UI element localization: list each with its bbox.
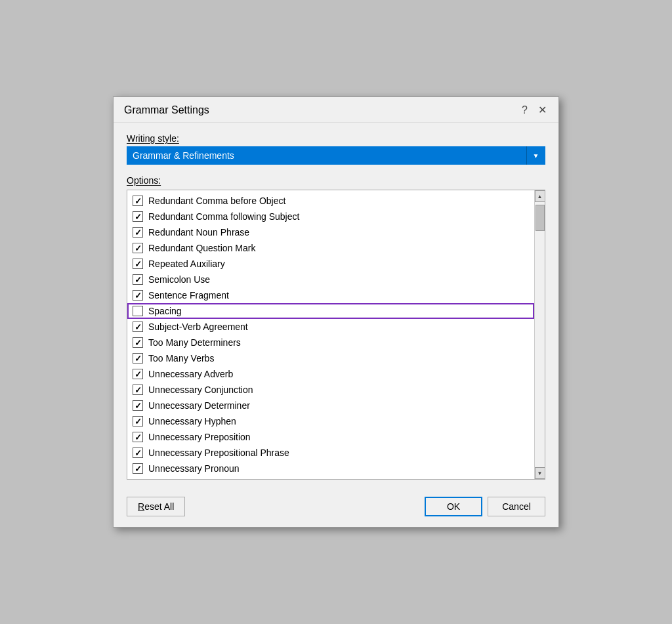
option-label-semicolon-use: Semicolon Use bbox=[148, 274, 210, 285]
checkbox-redundant-noun-phrase[interactable] bbox=[133, 227, 143, 238]
option-label-unnecessary-conjunction: Unnecessary Conjunction bbox=[148, 385, 253, 395]
dialog-footer: Reset All OK Cancel bbox=[114, 490, 558, 527]
title-bar: Grammar Settings ? ✕ bbox=[114, 97, 558, 123]
writing-style-select[interactable]: Grammar & Refinements ▼ bbox=[127, 146, 545, 165]
option-item-unnecessary-conjunction[interactable]: Unnecessary Conjunction bbox=[127, 382, 534, 398]
options-section: Options: Redundant Comma before ObjectRe… bbox=[127, 173, 545, 480]
option-label-redundant-comma-following-subject: Redundant Comma following Subject bbox=[148, 211, 299, 222]
option-label-redundant-comma-before-object: Redundant Comma before Object bbox=[148, 196, 285, 206]
checkbox-unnecessary-conjunction[interactable] bbox=[133, 385, 143, 395]
checkbox-unnecessary-preposition[interactable] bbox=[133, 432, 143, 442]
option-label-unnecessary-pronoun: Unnecessary Pronoun bbox=[148, 463, 240, 474]
checkbox-redundant-comma-following-subject[interactable] bbox=[133, 211, 143, 222]
option-label-unnecessary-preposition: Unnecessary Preposition bbox=[148, 432, 251, 442]
ok-button[interactable]: OK bbox=[425, 497, 482, 516]
scroll-thumb[interactable] bbox=[536, 205, 545, 231]
option-item-unnecessary-determiner[interactable]: Unnecessary Determiner bbox=[127, 398, 534, 413]
help-button[interactable]: ? bbox=[518, 104, 532, 117]
option-item-unnecessary-prepositional-phrase[interactable]: Unnecessary Prepositional Phrase bbox=[127, 445, 534, 461]
checkbox-unnecessary-hyphen[interactable] bbox=[133, 416, 143, 426]
option-label-subject-verb-agreement: Subject-Verb Agreement bbox=[148, 322, 248, 332]
option-item-unnecessary-pronoun[interactable]: Unnecessary Pronoun bbox=[127, 461, 534, 476]
option-label-spacing: Spacing bbox=[148, 306, 182, 316]
title-buttons: ? ✕ bbox=[518, 104, 551, 117]
footer-left: Reset All bbox=[127, 497, 185, 516]
footer-right: OK Cancel bbox=[425, 497, 545, 516]
checkbox-semicolon-use[interactable] bbox=[133, 274, 143, 285]
checkbox-sentence-fragment[interactable] bbox=[133, 290, 143, 301]
close-button[interactable]: ✕ bbox=[534, 104, 551, 117]
dialog-title: Grammar Settings bbox=[124, 104, 209, 116]
checkbox-too-many-determiners[interactable] bbox=[133, 337, 143, 348]
reset-all-button[interactable]: Reset All bbox=[127, 497, 185, 516]
scroll-up-button[interactable]: ▲ bbox=[535, 190, 545, 202]
checkbox-unnecessary-adverb[interactable] bbox=[133, 369, 143, 379]
option-item-subject-verb-agreement[interactable]: Subject-Verb Agreement bbox=[127, 319, 534, 335]
option-label-redundant-noun-phrase: Redundant Noun Phrase bbox=[148, 227, 249, 238]
option-label-too-many-verbs: Too Many Verbs bbox=[148, 353, 214, 364]
option-label-unnecessary-adverb: Unnecessary Adverb bbox=[148, 369, 233, 379]
options-list[interactable]: Redundant Comma before ObjectRedundant C… bbox=[127, 190, 534, 479]
option-item-semicolon-use[interactable]: Semicolon Use bbox=[127, 272, 534, 287]
checkbox-unnecessary-pronoun[interactable] bbox=[133, 463, 143, 474]
option-item-redundant-comma-before-object[interactable]: Redundant Comma before Object bbox=[127, 193, 534, 209]
checkbox-repeated-auxiliary[interactable] bbox=[133, 259, 143, 269]
option-item-too-many-verbs[interactable]: Too Many Verbs bbox=[127, 350, 534, 366]
option-item-spacing[interactable]: Spacing bbox=[127, 303, 534, 319]
dialog-body: Writing style: Grammar & Refinements ▼ O… bbox=[114, 123, 558, 490]
option-item-unnecessary-adverb[interactable]: Unnecessary Adverb bbox=[127, 366, 534, 382]
option-item-redundant-question-mark[interactable]: Redundant Question Mark bbox=[127, 240, 534, 256]
option-label-unnecessary-determiner: Unnecessary Determiner bbox=[148, 400, 250, 411]
option-label-unnecessary-hyphen: Unnecessary Hyphen bbox=[148, 416, 236, 426]
reset-all-label: Reset All bbox=[138, 501, 174, 512]
options-label: Options: bbox=[127, 175, 545, 186]
option-item-unnecessary-preposition[interactable]: Unnecessary Preposition bbox=[127, 429, 534, 445]
option-item-sentence-fragment[interactable]: Sentence Fragment bbox=[127, 287, 534, 303]
grammar-settings-dialog: Grammar Settings ? ✕ Writing style: Gram… bbox=[113, 96, 559, 528]
option-label-sentence-fragment: Sentence Fragment bbox=[148, 290, 229, 301]
checkbox-unnecessary-determiner[interactable] bbox=[133, 400, 143, 411]
option-label-unnecessary-prepositional-phrase: Unnecessary Prepositional Phrase bbox=[148, 447, 289, 458]
checkbox-subject-verb-agreement[interactable] bbox=[133, 322, 143, 332]
writing-style-label: Writing style: bbox=[127, 133, 545, 144]
scrollbar-track: ▲ ▼ bbox=[534, 190, 545, 479]
checkbox-redundant-question-mark[interactable] bbox=[133, 243, 143, 253]
option-item-repeated-auxiliary[interactable]: Repeated Auxiliary bbox=[127, 256, 534, 272]
option-label-repeated-auxiliary: Repeated Auxiliary bbox=[148, 259, 225, 269]
option-label-too-many-determiners: Too Many Determiners bbox=[148, 337, 241, 348]
cancel-button[interactable]: Cancel bbox=[488, 497, 545, 516]
options-container: Redundant Comma before ObjectRedundant C… bbox=[127, 190, 545, 480]
option-item-too-many-determiners[interactable]: Too Many Determiners bbox=[127, 335, 534, 350]
checkbox-spacing[interactable] bbox=[133, 306, 143, 316]
writing-style-section: Writing style: Grammar & Refinements ▼ bbox=[127, 133, 545, 165]
checkbox-too-many-verbs[interactable] bbox=[133, 353, 143, 364]
option-item-redundant-noun-phrase[interactable]: Redundant Noun Phrase bbox=[127, 224, 534, 240]
checkbox-unnecessary-prepositional-phrase[interactable] bbox=[133, 447, 143, 458]
writing-style-dropdown-arrow[interactable]: ▼ bbox=[526, 146, 545, 165]
scroll-down-button[interactable]: ▼ bbox=[535, 467, 545, 479]
option-item-unnecessary-hyphen[interactable]: Unnecessary Hyphen bbox=[127, 413, 534, 429]
option-item-redundant-comma-following-subject[interactable]: Redundant Comma following Subject bbox=[127, 209, 534, 224]
checkbox-redundant-comma-before-object[interactable] bbox=[133, 196, 143, 206]
option-label-redundant-question-mark: Redundant Question Mark bbox=[148, 243, 255, 253]
writing-style-value: Grammar & Refinements bbox=[127, 148, 526, 163]
